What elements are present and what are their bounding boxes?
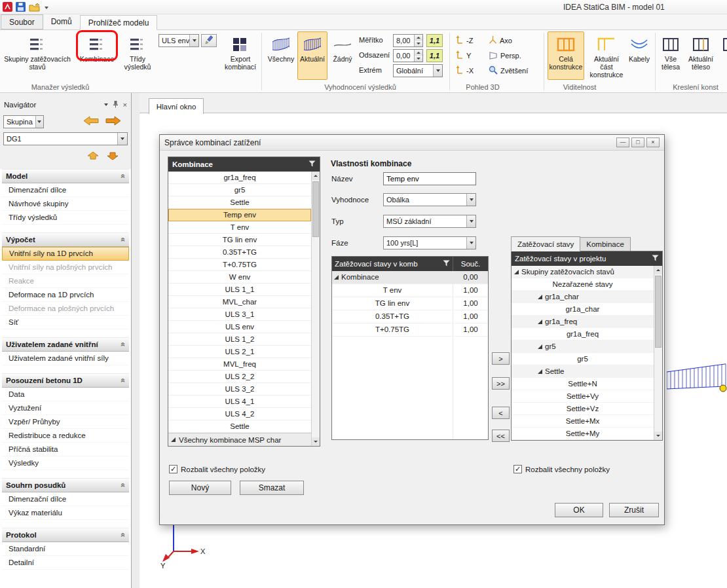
combination-list-item[interactable]: ULS 1_2 xyxy=(168,333,311,346)
scroll-down-icon[interactable] xyxy=(312,437,320,446)
combination-list-item[interactable]: Temp env xyxy=(168,209,311,221)
filter-icon[interactable] xyxy=(308,160,316,168)
open-folder-icon[interactable] xyxy=(29,3,40,14)
pin-icon[interactable] xyxy=(113,100,119,109)
expand-icon[interactable] xyxy=(538,320,542,324)
member-row[interactable]: T env 1,00 xyxy=(332,284,488,297)
spin-down-icon[interactable] xyxy=(415,56,422,62)
nav-item[interactable]: Výsledky xyxy=(2,456,129,470)
project-row[interactable]: Settle+Vz xyxy=(512,403,654,415)
spin-down-icon[interactable] xyxy=(415,41,422,46)
minimize-icon[interactable]: — xyxy=(616,138,629,147)
close-icon[interactable]: × xyxy=(646,138,660,147)
vse-telesa-button[interactable]: Vše tělesa xyxy=(658,31,684,80)
spin-up-icon[interactable] xyxy=(415,50,422,56)
project-row[interactable]: Settle+Vy xyxy=(512,390,654,403)
filter-icon[interactable] xyxy=(652,255,659,263)
project-row[interactable]: gr5 xyxy=(512,340,654,353)
chevron-down-icon[interactable] xyxy=(466,215,475,227)
tridy-vysledku-button[interactable]: Třídy výsledků xyxy=(119,31,156,80)
combination-list-item[interactable]: gr5 xyxy=(168,184,311,196)
project-row[interactable]: gr1a_char xyxy=(512,303,654,316)
combination-list-item[interactable]: ULS 2_1 xyxy=(168,346,311,358)
chevron-down-icon[interactable] xyxy=(466,194,475,206)
meritko-reset-button[interactable]: 1,1 xyxy=(426,34,443,47)
collapse-icon[interactable]: » xyxy=(119,174,128,179)
project-row[interactable]: Skupiny zatěžovacích stavů xyxy=(512,266,654,278)
expand-icon[interactable] xyxy=(171,437,176,442)
view-minus-x-button[interactable]: -X xyxy=(453,64,483,77)
nazev-input[interactable] xyxy=(383,172,476,185)
scroll-down-icon[interactable] xyxy=(654,432,662,440)
previous-arrow-button[interactable] xyxy=(83,115,100,126)
combination-list-header[interactable]: Kombinace xyxy=(168,157,320,172)
nav-item[interactable]: Návrhové skupiny xyxy=(2,197,129,211)
combination-list-item[interactable]: Settle xyxy=(168,196,311,209)
aktualni-teleso-button[interactable]: Aktuální těleso xyxy=(686,31,715,80)
table-header[interactable]: Zatěžovací stavy v projektu xyxy=(512,251,662,266)
collapse-icon[interactable]: » xyxy=(119,533,128,538)
nav-item[interactable]: Data xyxy=(2,388,129,401)
nav-item[interactable]: Výkaz materiálu xyxy=(2,506,129,520)
chevron-down-icon[interactable] xyxy=(104,103,108,106)
nav-section-header[interactable]: Souhrn posudků » xyxy=(2,478,129,492)
filter-icon[interactable] xyxy=(443,260,450,268)
member-row[interactable]: 0.35T+TG 1,00 xyxy=(332,310,488,323)
zadny-button[interactable]: Žádný xyxy=(329,31,356,80)
nav-section-header[interactable]: Uživatelem zadané vnitřní » xyxy=(2,337,129,352)
member-row[interactable]: T+0.75TG 1,00 xyxy=(332,323,488,337)
combination-list-item[interactable]: ULS env xyxy=(168,321,311,333)
expand-icon[interactable] xyxy=(538,295,542,299)
nav-item[interactable]: Standardní xyxy=(2,542,129,556)
chevron-down-icon[interactable] xyxy=(466,237,475,249)
nav-item[interactable]: Třídy výsledků xyxy=(2,211,129,225)
nav-item[interactable]: Uživatelem zadané vnitřní síly xyxy=(2,352,129,365)
kombinace-button[interactable]: Kombinace xyxy=(77,31,117,80)
chevron-down-icon[interactable] xyxy=(189,35,198,46)
view-minus-z-button[interactable]: -Z xyxy=(453,34,483,47)
tab-prohlizec-modelu[interactable]: Prohlížeč modelu xyxy=(80,15,158,30)
project-row[interactable]: Settle+Mx xyxy=(512,415,654,428)
vsechny-button[interactable]: Všechny xyxy=(266,31,296,80)
aktualni-cast-konstrukce-button[interactable]: Aktuální část konstrukce xyxy=(587,31,626,80)
combination-list-item[interactable]: Settle xyxy=(168,420,311,433)
aktualni-button[interactable]: Aktuální xyxy=(297,31,327,80)
new-button[interactable]: Nový xyxy=(169,481,231,495)
nav-item[interactable]: Dimenzační dílce xyxy=(2,492,129,506)
view-persp-button[interactable]: Persp. xyxy=(486,49,541,62)
kabely-button[interactable]: Kabely xyxy=(625,31,654,80)
combination-list-item[interactable]: 0.35T+TG xyxy=(168,246,311,259)
nav-item[interactable]: Dimenzační dílce xyxy=(2,183,129,197)
save-icon[interactable] xyxy=(16,2,26,14)
remove-button[interactable]: < xyxy=(492,407,510,419)
export-kombinaci-button[interactable]: Export kombinací xyxy=(221,31,260,80)
member-row[interactable]: TG lin env 1,00 xyxy=(332,297,488,310)
nav-section-header[interactable]: Protokol » xyxy=(2,528,129,542)
meritko-spinner[interactable]: 8,00 xyxy=(393,34,423,47)
jen-osy-button[interactable]: Je os xyxy=(718,31,727,80)
design-group-combo[interactable]: DG1 xyxy=(3,132,128,145)
project-row[interactable]: Settle xyxy=(512,365,654,378)
cela-konstrukce-button[interactable]: Celá konstrukce xyxy=(548,31,584,80)
expand-icon[interactable] xyxy=(538,344,542,349)
nav-item[interactable]: Příčná stabilita xyxy=(2,443,129,456)
expand-icon[interactable] xyxy=(514,270,519,274)
project-row[interactable]: gr5 xyxy=(512,353,654,365)
tab-soubor[interactable]: Soubor xyxy=(1,14,43,29)
expand-icon[interactable] xyxy=(334,275,339,280)
faze-combo[interactable]: 100 yrs[L] xyxy=(383,236,476,249)
expand-all-checkbox[interactable]: ✓ xyxy=(169,465,177,473)
remove-all-button[interactable]: << xyxy=(492,430,510,442)
expand-icon[interactable] xyxy=(538,369,542,374)
project-row[interactable]: gr1a_freq xyxy=(512,328,654,340)
add-button[interactable]: > xyxy=(492,352,510,365)
odsazeni-reset-button[interactable]: 1,1 xyxy=(426,49,443,62)
project-row[interactable]: gr1a_char xyxy=(512,291,654,303)
tab-hlavni-okno[interactable]: Hlavní okno xyxy=(149,98,204,114)
skupiny-zatezovacich-stavu-button[interactable]: Skupiny zatěžovacích stavů xyxy=(3,31,72,80)
nav-item[interactable]: Deformace na 1D prvcích xyxy=(2,288,129,302)
project-row[interactable]: Settle+N xyxy=(512,378,654,390)
combination-list-item[interactable]: ULS 3_2 xyxy=(168,383,311,395)
combination-list-item[interactable]: W env xyxy=(168,271,311,284)
combination-list-item[interactable]: T env xyxy=(168,221,311,234)
